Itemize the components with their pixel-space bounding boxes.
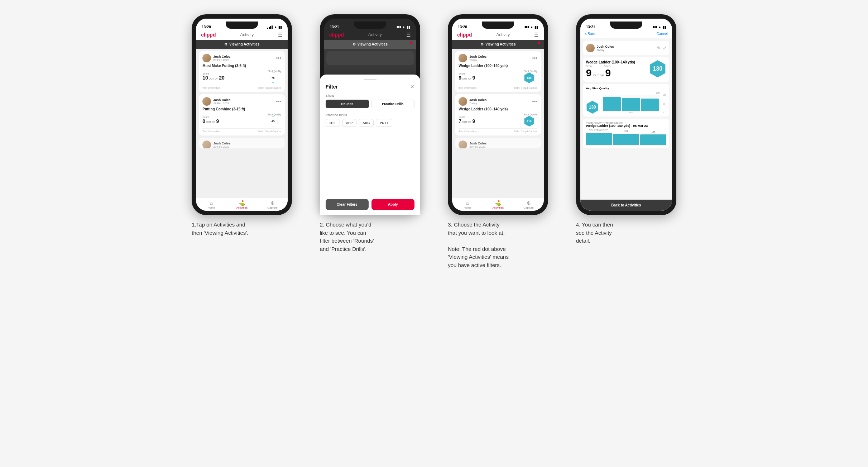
score-title-block-4: Wedge Ladder (100–140 yds) Score Shots 9… bbox=[586, 60, 635, 79]
nav-activities-label-3: Activities bbox=[492, 206, 504, 209]
activity-card-1-1[interactable]: Josh Coles 28 Feb 2023 ••• Must Make Put… bbox=[199, 51, 285, 92]
cancel-button-4[interactable]: Cancel bbox=[657, 32, 668, 36]
user-meta-3-3: Josh Coles 28 Feb 2023 bbox=[469, 142, 486, 148]
modal-handle bbox=[364, 79, 377, 80]
chart-footer-label-4: APP bbox=[602, 111, 660, 114]
nav-activities-1[interactable]: ⛳ Activities bbox=[227, 200, 257, 209]
mini-bar-2-4: 129 bbox=[613, 134, 639, 145]
quality-badge-3-2: 118 bbox=[524, 116, 534, 127]
filter-tab-rounds[interactable]: Rounds bbox=[326, 100, 369, 108]
logo-1: clippd bbox=[201, 32, 216, 38]
activity-card-1-3-partial: Josh Coles 28 Feb 2023 bbox=[199, 138, 285, 148]
score-value-3-1: 9 bbox=[459, 75, 461, 81]
quality-badge-3-1: 130 bbox=[524, 72, 534, 83]
apply-button[interactable]: Apply bbox=[371, 199, 414, 210]
wifi-icon-2: ▲ bbox=[402, 25, 406, 29]
drill-tag-putt[interactable]: PUTT bbox=[376, 119, 392, 127]
close-button[interactable]: ✕ bbox=[410, 84, 414, 90]
user-name-1-3: Josh Coles bbox=[213, 142, 230, 145]
activity-card-1-2[interactable]: Josh Coles 28 Feb 2023 ••• Putting Combi… bbox=[199, 94, 285, 135]
card-footer-1-2: Test Information Data: Clippd Capture bbox=[202, 128, 281, 133]
info-right-1-2: Data: Clippd Capture bbox=[258, 130, 281, 133]
session-type-label-4: Player Activity > Practice Session bbox=[586, 121, 666, 124]
quality-label-3-2: Shot Quality bbox=[524, 113, 537, 116]
bottom-nav-3: ⌂ Home ⛳ Activities ⊕ Capture bbox=[452, 197, 544, 211]
edit-icon-4[interactable]: ✎ bbox=[657, 46, 661, 51]
status-time-4: 13:21 bbox=[586, 25, 595, 29]
detail-title-4: Wedge Ladder (100–140 yds) bbox=[586, 60, 635, 64]
avatar-1-1 bbox=[202, 54, 211, 62]
more-dots-3-1[interactable]: ••• bbox=[532, 55, 538, 61]
nav-home-label-1: Home bbox=[207, 206, 215, 209]
nav-home-3[interactable]: ⌂ Home bbox=[452, 200, 483, 209]
viewing-banner-3[interactable]: ⚙ Viewing Activities bbox=[452, 40, 544, 49]
status-icons-4: ▮▮▮ ▲ ▮▮ bbox=[653, 25, 666, 29]
nav-activities-3[interactable]: ⛳ Activities bbox=[483, 200, 513, 209]
back-to-activities-button-4[interactable]: Back to Activities bbox=[580, 200, 672, 211]
more-dots-1-2[interactable]: ••• bbox=[276, 99, 282, 104]
phone-notch-4 bbox=[610, 22, 642, 29]
filter-tab-drills[interactable]: Practice Drills bbox=[371, 100, 414, 108]
battery-icon-3: ▮▮ bbox=[534, 25, 538, 29]
logo-3: clippd bbox=[457, 32, 472, 38]
phone-column-2: 13:21 ▮▮▮ ▲ ▮▮ clippd Activity ☰ ⚙ Vie bbox=[311, 14, 429, 269]
nav-capture-1[interactable]: ⊕ Capture bbox=[257, 200, 288, 209]
more-dots-3-2[interactable]: ••• bbox=[532, 99, 538, 104]
phone-column-3: 13:20 ▮▮▮ ▲ ▮▮ clippd Activity ☰ ⚙ Viewi… bbox=[440, 14, 557, 269]
phone-screen-1: 13:20 ▲ ▮▮ clippd Act bbox=[196, 19, 288, 211]
score-header-4: Wedge Ladder (100–140 yds) Score Shots 9… bbox=[586, 60, 666, 79]
stat-group-score-3-2: Score 7 OUT OF 9 bbox=[459, 116, 475, 124]
info-right-3-1: Data: Clippd Capture bbox=[514, 87, 537, 89]
viewing-banner-2[interactable]: ⚙ Viewing Activities bbox=[324, 40, 416, 49]
nav-home-1[interactable]: ⌂ Home bbox=[196, 200, 226, 209]
status-time-3: 13:20 bbox=[458, 25, 467, 29]
out-of-label-1-1: OUT OF bbox=[209, 77, 218, 80]
nav-activities-label-1: Activities bbox=[236, 206, 248, 209]
hamburger-icon-1[interactable]: ☰ bbox=[278, 32, 283, 38]
user-meta-1-1: Josh Coles 28 Feb 2023 bbox=[213, 55, 230, 62]
signal-bar-2 bbox=[269, 27, 270, 29]
avatar-3-1 bbox=[459, 54, 467, 62]
hamburger-icon-3[interactable]: ☰ bbox=[534, 32, 539, 38]
banner-icon-3: ⚙ bbox=[480, 42, 484, 46]
viewing-banner-1[interactable]: ⚙ Viewing Activities bbox=[196, 40, 288, 49]
app-header-3: clippd Activity ☰ bbox=[452, 30, 544, 40]
nav-capture-3[interactable]: ⊕ Capture bbox=[513, 200, 544, 209]
expand-icon-4[interactable]: ⤢ bbox=[663, 46, 666, 51]
user-date-3-1: Today bbox=[469, 58, 486, 62]
shots-value-3-2: 9 bbox=[472, 118, 475, 124]
detail-user-card-4: Josh Coles Today ✎ ⤢ bbox=[583, 41, 669, 55]
app-header-1: clippd Activity ☰ bbox=[196, 30, 288, 40]
avatar-3-2 bbox=[459, 97, 467, 106]
page-container: 13:20 ▲ ▮▮ clippd Act bbox=[183, 14, 685, 269]
score-label-1-2: Score bbox=[202, 116, 219, 118]
mini-chart-4: 132 129 124 bbox=[586, 132, 666, 145]
activity-title-3-2: Wedge Ladder (100–140 yds) bbox=[459, 107, 537, 111]
bar-1-4 bbox=[603, 97, 621, 111]
activity-card-3-1[interactable]: Josh Coles Today ••• Wedge Ladder (100–1… bbox=[455, 51, 541, 92]
activity-card-3-2[interactable]: Josh Coles Today ••• Wedge Ladder (100–1… bbox=[455, 94, 541, 135]
caption-3: 3. Choose the Activitythat you want to l… bbox=[448, 221, 548, 269]
card-header-1-3: Josh Coles 28 Feb 2023 bbox=[202, 140, 281, 148]
info-left-1-1: Test Information bbox=[202, 87, 220, 89]
phone-screen-2: 13:21 ▮▮▮ ▲ ▮▮ clippd Activity ☰ ⚙ Vie bbox=[324, 19, 416, 211]
user-meta-3-2: Josh Coles Today bbox=[469, 98, 486, 105]
phone-frame-2: 13:21 ▮▮▮ ▲ ▮▮ clippd Activity ☰ ⚙ Vie bbox=[320, 14, 420, 215]
user-date-1-1: 28 Feb 2023 bbox=[213, 58, 230, 62]
stat-value-3-2: 7 OUT OF 9 bbox=[459, 118, 475, 124]
info-left-3-2: Test Information bbox=[459, 130, 476, 133]
quality-badge-1-2: 45 bbox=[268, 116, 278, 127]
caption-1: 1.Tap on Activities andthen 'Viewing Act… bbox=[192, 221, 292, 237]
drill-tag-app[interactable]: APP bbox=[342, 119, 357, 127]
drill-tag-arg[interactable]: ARG bbox=[359, 119, 374, 127]
quality-badge-1-1: 75 bbox=[268, 72, 278, 83]
back-button-4[interactable]: < Back bbox=[585, 32, 596, 36]
clear-filters-button[interactable]: Clear Filters bbox=[326, 199, 369, 210]
phone-notch-1 bbox=[226, 22, 258, 29]
chart-hexagon-4: 130 bbox=[586, 101, 599, 114]
drill-tag-ott[interactable]: OTT bbox=[326, 119, 340, 127]
y-50-4: 50 bbox=[663, 103, 666, 105]
more-dots-1-1[interactable]: ••• bbox=[276, 55, 282, 61]
hamburger-icon-2[interactable]: ☰ bbox=[406, 32, 411, 38]
modal-title: Filter bbox=[326, 84, 338, 90]
